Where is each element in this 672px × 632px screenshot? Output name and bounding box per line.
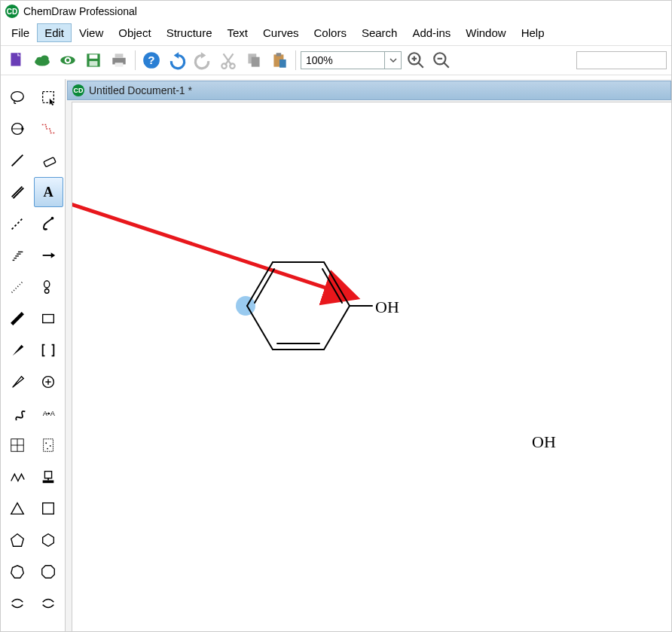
menu-add-ins[interactable]: Add-ins: [405, 23, 458, 42]
svg-rect-10: [90, 61, 98, 66]
svg-point-20: [221, 63, 227, 69]
tool-hash-bond[interactable]: [2, 240, 32, 270]
menu-search[interactable]: Search: [354, 23, 405, 42]
svg-rect-25: [276, 53, 282, 56]
tool-add-atom[interactable]: [34, 367, 64, 397]
app-icon: CD: [5, 5, 19, 18]
tool-hexagon[interactable]: [34, 525, 64, 555]
tool-stamp[interactable]: [34, 462, 64, 492]
zoom-combo[interactable]: [301, 51, 402, 69]
copy-button[interactable]: [243, 49, 265, 72]
toolbar-separator: [135, 50, 136, 70]
tool-eraser[interactable]: [34, 145, 64, 176]
toolbar-search-box[interactable]: [576, 51, 667, 69]
zoom-in-button[interactable]: [405, 49, 427, 72]
tool-wedge[interactable]: [2, 335, 32, 365]
tool-heptagon[interactable]: [2, 557, 32, 587]
svg-rect-23: [252, 57, 260, 67]
tool-rotate-3d[interactable]: [2, 114, 32, 144]
menu-window[interactable]: Window: [458, 23, 513, 42]
menu-colors[interactable]: Colors: [307, 23, 354, 42]
svg-point-4: [41, 56, 49, 63]
new-document-button[interactable]: [5, 49, 28, 72]
tool-chain[interactable]: [2, 462, 32, 492]
tool-brackets[interactable]: [34, 335, 64, 365]
menu-structure[interactable]: Structure: [159, 23, 220, 42]
menu-bar: FileEditViewObjectStructureTextCurvesCol…: [1, 22, 671, 45]
menu-object[interactable]: Object: [111, 23, 158, 42]
tool-smiles-left[interactable]: [2, 588, 32, 618]
document-area: CD Untitled Document-1 *: [66, 79, 671, 631]
document-title: Untitled Document-1 *: [89, 84, 192, 96]
print-button[interactable]: [108, 49, 130, 72]
tool-pentagon[interactable]: [2, 525, 32, 555]
svg-marker-17: [201, 52, 206, 59]
svg-line-32: [444, 63, 449, 68]
svg-line-44: [255, 269, 274, 303]
menu-curves[interactable]: Curves: [255, 23, 307, 42]
zoom-out-button[interactable]: [430, 49, 453, 72]
tool-table[interactable]: [2, 430, 32, 460]
svg-point-7: [66, 59, 69, 62]
document-icon: CD: [72, 84, 84, 96]
svg-line-40: [324, 262, 350, 306]
svg-point-36: [236, 296, 255, 316]
svg-rect-13: [115, 63, 124, 66]
menu-edit[interactable]: Edit: [37, 23, 72, 42]
tool-triangle[interactable]: [2, 493, 32, 524]
svg-line-28: [418, 63, 423, 68]
title-bar: CD ChemDraw Professional: [1, 1, 671, 22]
tool-arrow[interactable]: [34, 240, 64, 270]
tool-box[interactable]: [34, 304, 64, 334]
tool-pen[interactable]: [34, 209, 64, 239]
tool-wavy-bond[interactable]: [2, 398, 32, 429]
tool-octagon[interactable]: [34, 557, 64, 587]
svg-line-38: [247, 262, 273, 306]
drawing-canvas[interactable]: OH OH: [72, 102, 671, 631]
tool-bold-bond[interactable]: [2, 304, 32, 334]
tool-fragment[interactable]: [34, 114, 64, 144]
save-cloud-button[interactable]: [57, 49, 79, 72]
svg-line-41: [324, 306, 350, 350]
svg-marker-16: [174, 52, 179, 59]
tool-rectangle[interactable]: [34, 493, 64, 524]
svg-text:?: ?: [148, 53, 154, 66]
menu-help[interactable]: Help: [514, 23, 552, 42]
atom-label-oh[interactable]: OH: [532, 432, 556, 452]
tool-dashed-bond[interactable]: [2, 209, 32, 239]
svg-rect-26: [279, 60, 286, 68]
help-button[interactable]: ?: [140, 49, 163, 72]
tool-map-atoms[interactable]: [34, 398, 64, 429]
tool-tlc[interactable]: [34, 430, 64, 460]
svg-line-46: [322, 269, 342, 303]
zoom-dropdown-button[interactable]: [384, 52, 401, 69]
tool-text[interactable]: [34, 177, 64, 207]
menu-file[interactable]: File: [4, 23, 37, 42]
tool-single-bond[interactable]: [2, 145, 32, 176]
redo-button[interactable]: [191, 49, 214, 72]
undo-button[interactable]: [166, 49, 188, 72]
tool-marquee[interactable]: [34, 82, 64, 112]
atom-label-oh[interactable]: OH: [375, 298, 399, 317]
toolbar-separator: [295, 50, 296, 70]
svg-point-21: [230, 63, 235, 69]
document-title-bar[interactable]: CD Untitled Document-1 *: [67, 81, 671, 100]
open-cloud-button[interactable]: [31, 49, 53, 72]
menu-text[interactable]: Text: [220, 23, 256, 42]
tool-lasso[interactable]: [2, 82, 32, 112]
save-button[interactable]: [82, 49, 105, 72]
cut-button[interactable]: [217, 49, 240, 72]
tool-double-bond[interactable]: [2, 177, 32, 207]
paste-button[interactable]: [268, 49, 291, 72]
zoom-input[interactable]: [301, 53, 384, 68]
tool-smiles-right[interactable]: [34, 588, 64, 618]
main-toolbar: ?: [1, 45, 671, 75]
svg-line-43: [247, 306, 273, 350]
tool-retro-arrow[interactable]: [34, 272, 64, 302]
menu-view[interactable]: View: [72, 23, 111, 42]
app-title: ChemDraw Professional: [23, 5, 137, 17]
tool-hollow-wedge[interactable]: [2, 367, 32, 397]
tool-dot-bond[interactable]: [2, 272, 32, 302]
tool-palette: [1, 79, 66, 631]
svg-rect-9: [90, 54, 98, 58]
